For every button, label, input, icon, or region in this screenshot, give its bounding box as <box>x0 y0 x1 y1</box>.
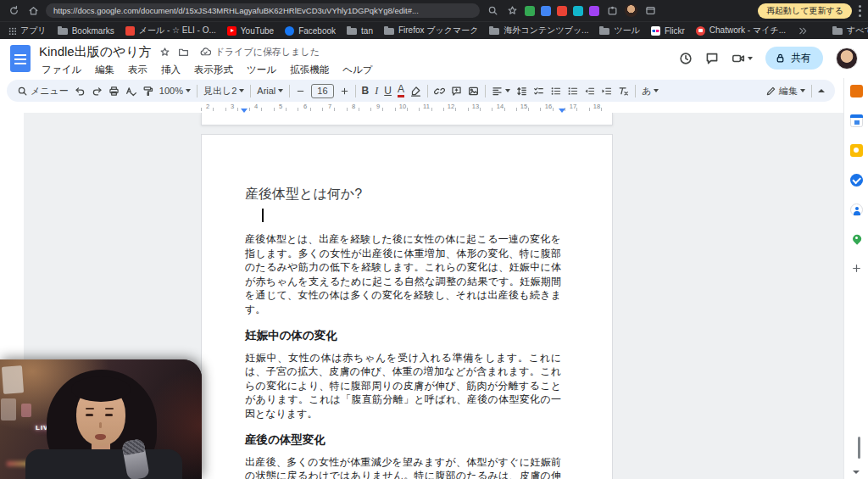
menu-tools[interactable]: ツール <box>241 62 282 78</box>
ruler[interactable]: 2 3 4 5 6 7 8 9 10 11 12 13 14 15 16 17 … <box>0 102 843 113</box>
url-bar[interactable]: https://docs.google.com/document/d/15xJS… <box>46 3 480 18</box>
toolbar-menu-search[interactable]: メニュー <box>17 85 69 97</box>
bookmark-item-tools[interactable]: ツール <box>599 25 639 36</box>
addon-icon[interactable] <box>850 85 863 97</box>
line-spacing-button[interactable] <box>516 86 527 97</box>
doc-heading-intro[interactable]: 産後体型とは何か? <box>245 186 561 203</box>
reload-icon[interactable] <box>7 4 20 18</box>
numbered-list-button[interactable] <box>567 86 578 97</box>
bookmark-item-firefox[interactable]: Firefox ブックマーク <box>384 25 479 36</box>
bookmark-item-apps[interactable]: アプリ <box>8 25 47 36</box>
document-title[interactable]: Kindle出版のやり方 <box>39 44 152 60</box>
doc-paragraph-postpartum[interactable]: 出産後、多くの女性が体重減少を望みますが、体型がすぐに妊娠前の状態に戻るわけでは… <box>245 455 561 479</box>
menu-edit[interactable]: 編集 <box>89 62 120 78</box>
text-color-button[interactable]: A <box>398 85 404 97</box>
chevron-down-icon <box>800 89 805 92</box>
redo-button[interactable] <box>92 86 103 97</box>
bold-button[interactable]: B <box>362 85 370 97</box>
extension-icon-teal[interactable] <box>573 6 583 16</box>
bookmark-item-tan[interactable]: tan <box>347 26 373 36</box>
font-size-increase-button[interactable] <box>340 86 349 96</box>
paragraph-style-select[interactable]: 見出し2 <box>203 85 244 97</box>
move-folder-icon[interactable] <box>178 47 189 58</box>
browser-menu-icon[interactable] <box>858 5 861 17</box>
share-button[interactable]: 共有 <box>765 47 823 70</box>
font-size-decrease-button[interactable] <box>296 86 305 96</box>
left-indent-marker[interactable] <box>241 109 248 113</box>
home-icon[interactable] <box>26 4 40 18</box>
menu-insert[interactable]: 挿入 <box>155 62 186 78</box>
extension-icon-green[interactable] <box>525 6 535 16</box>
bulleted-list-button[interactable] <box>550 86 561 97</box>
right-indent-marker[interactable] <box>559 109 565 113</box>
highlight-button[interactable] <box>410 86 421 97</box>
decrease-indent-button[interactable] <box>584 86 595 97</box>
doc-heading-pregnancy[interactable]: 妊娠中の体の変化 <box>245 328 561 343</box>
align-button[interactable] <box>492 86 510 97</box>
bookmark-item-flickr[interactable]: Flickr <box>651 26 685 36</box>
bookmark-item-overseas[interactable]: 海外コンテンツブッ... <box>489 25 588 36</box>
increase-indent-button[interactable] <box>601 86 612 97</box>
font-family-select[interactable]: Arial <box>257 86 283 96</box>
tasks-icon[interactable] <box>850 174 863 187</box>
doc-paragraph-pregnancy[interactable]: 妊娠中、女性の体は赤ちゃんを受け入れる準備をします。これには、子宮の拡大、皮膚の… <box>245 351 561 421</box>
folder-icon <box>489 28 499 35</box>
search-icon[interactable] <box>486 4 499 18</box>
menu-help[interactable]: ヘルプ <box>337 62 378 78</box>
input-tools-button[interactable]: あ <box>642 85 659 97</box>
restart-update-button[interactable]: 再起動して更新する <box>758 3 852 19</box>
bookmark-item-chatwork[interactable]: Chatwork - マイチ... <box>696 25 786 36</box>
maps-icon[interactable] <box>850 233 863 246</box>
comment-history-icon[interactable] <box>705 52 719 65</box>
bookmarks-overflow-icon[interactable] <box>797 24 810 37</box>
presenter-body <box>25 449 182 479</box>
bookmark-label: Bookmarks <box>72 26 114 36</box>
checklist-button[interactable] <box>533 86 544 97</box>
tab-window-icon[interactable] <box>643 4 657 18</box>
star-icon[interactable] <box>159 47 170 58</box>
get-addons-plus-icon[interactable] <box>851 263 862 274</box>
bookmark-star-icon[interactable] <box>505 4 519 18</box>
italic-button[interactable]: I <box>375 85 378 97</box>
editing-mode-select[interactable]: 編集 <box>765 85 805 97</box>
clear-formatting-button[interactable] <box>618 86 629 97</box>
bookmark-item-all-bookmarks[interactable]: すべてのブックマーク <box>832 25 868 36</box>
doc-heading-postpartum[interactable]: 産後の体型変化 <box>245 432 561 448</box>
doc-paragraph-intro[interactable]: 産後体型とは、出産を経験した後に女性の体に起こる一連の変化を指します。多くの女性… <box>245 232 561 317</box>
underline-button[interactable]: U <box>384 85 392 97</box>
flickr-icon <box>651 26 660 36</box>
font-size-value[interactable]: 16 <box>311 84 333 98</box>
spellcheck-button[interactable] <box>125 86 136 97</box>
insert-link-button[interactable] <box>434 86 445 97</box>
scroll-down-icon[interactable] <box>853 471 860 474</box>
docs-logo-icon[interactable] <box>10 45 31 72</box>
zoom-select[interactable]: 100% <box>159 86 191 96</box>
extension-icon-blue[interactable] <box>541 6 551 16</box>
menu-file[interactable]: ファイル <box>36 62 87 78</box>
extension-icon-purple[interactable] <box>589 6 599 16</box>
version-history-icon[interactable] <box>679 52 693 65</box>
bookmark-item-youtube[interactable]: YouTube <box>227 26 274 36</box>
extensions-puzzle-icon[interactable] <box>605 4 619 18</box>
add-comment-button[interactable] <box>451 86 462 97</box>
bookmark-item-mail[interactable]: メール - ☆ ELI - O... <box>125 25 216 36</box>
undo-button[interactable] <box>75 86 86 97</box>
insert-image-button[interactable] <box>468 86 479 97</box>
calendar-icon[interactable] <box>850 114 863 127</box>
print-button[interactable] <box>108 86 120 97</box>
menu-extensions[interactable]: 拡張機能 <box>284 62 335 78</box>
account-avatar[interactable] <box>836 47 858 70</box>
document-page[interactable]: 産後体型とは何か? 産後体型とは、出産を経験した後に女性の体に起こる一連の変化を… <box>201 134 613 479</box>
bookmark-item-bookmarks[interactable]: Bookmarks <box>58 26 114 36</box>
collapse-toolbar-button[interactable] <box>818 89 825 92</box>
menu-view[interactable]: 表示 <box>122 62 153 78</box>
contacts-icon[interactable] <box>850 203 863 216</box>
scrollbar-thumb[interactable] <box>858 437 860 459</box>
bookmark-item-facebook[interactable]: Facebook <box>285 26 336 36</box>
extension-icon-red[interactable] <box>557 6 567 16</box>
keep-icon[interactable] <box>850 144 863 157</box>
paint-format-button[interactable] <box>142 86 153 97</box>
meet-call-button[interactable] <box>732 52 753 65</box>
browser-profile-avatar[interactable] <box>625 4 637 17</box>
menu-format[interactable]: 表示形式 <box>188 62 239 78</box>
